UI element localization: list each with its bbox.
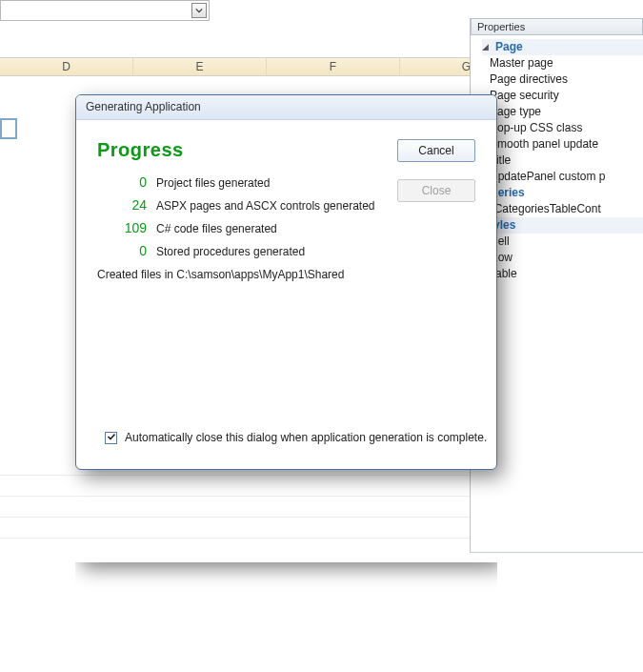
close-button: Close (397, 179, 475, 202)
progress-label: C# code files generated (156, 222, 477, 235)
dialog-title[interactable]: Generating Application (76, 95, 496, 120)
progress-row: 109 C# code files generated (97, 220, 477, 243)
props-group-page[interactable]: ◢ Page (482, 39, 643, 55)
props-group-styles[interactable]: Styles (482, 217, 643, 234)
auto-close-label: Automatically close this dialog when app… (125, 431, 487, 444)
props-group-queries[interactable]: Queries (482, 185, 643, 201)
props-item[interactable]: Page security (482, 88, 643, 104)
props-item[interactable]: Pop-up CSS class (482, 120, 643, 136)
created-path: Created files in C:\samson\apps\MyApp1\S… (97, 268, 477, 281)
column-headers: D E F G (0, 57, 495, 76)
progress-count: 0 (97, 174, 156, 190)
progress-count: 24 (97, 197, 156, 213)
col-header[interactable]: F (267, 58, 400, 75)
auto-close-checkbox[interactable] (105, 432, 117, 444)
progress-row: 0 Stored procedures generated (97, 243, 477, 266)
props-item[interactable]: UpdatePanel custom p (482, 169, 643, 185)
properties-header: Properties (471, 18, 643, 35)
props-item[interactable]: Row (482, 250, 643, 266)
props-item[interactable]: Smooth panel update (482, 136, 643, 153)
progress-count: 109 (97, 220, 156, 235)
col-header[interactable]: E (133, 58, 267, 75)
props-item[interactable]: Page directives (482, 71, 643, 88)
combo-box[interactable] (0, 0, 210, 21)
props-item[interactable]: *CategoriesTableCont (482, 201, 643, 217)
chevron-down-icon (195, 4, 203, 17)
props-item[interactable]: Page type (482, 104, 643, 120)
panel-separator (470, 552, 643, 558)
progress-count: 0 (97, 243, 156, 258)
auto-close-row[interactable]: Automatically close this dialog when app… (105, 431, 487, 444)
col-header[interactable]: D (0, 58, 133, 75)
check-icon (107, 431, 116, 444)
props-item[interactable]: Title (482, 153, 643, 169)
props-item[interactable]: Master page (482, 55, 643, 71)
dropdown-button[interactable] (191, 3, 207, 18)
cancel-button[interactable]: Cancel (397, 139, 475, 162)
progress-label: Stored procedures generated (156, 245, 477, 258)
collapse-icon: ◢ (482, 39, 492, 55)
props-item[interactable]: Cell (482, 234, 643, 250)
progress-dialog: Generating Application Progress 0 Projec… (75, 94, 497, 470)
dialog-reflection: Generating Application Progress 0Project… (75, 562, 497, 672)
props-item[interactable]: Table (482, 266, 643, 282)
